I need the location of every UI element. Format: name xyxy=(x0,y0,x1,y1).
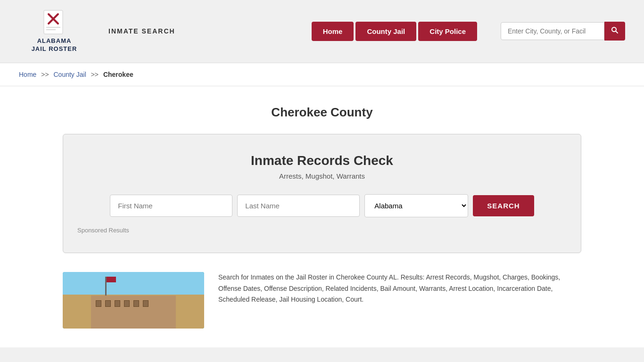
last-name-input[interactable] xyxy=(237,195,360,217)
main-nav: Home County Jail City Police xyxy=(312,22,477,41)
window-2 xyxy=(105,300,111,307)
description-text: Search for Inmates on the Jail Roster in… xyxy=(218,272,581,329)
building-graphic xyxy=(91,296,176,329)
header-search-bar xyxy=(501,22,625,41)
window-3 xyxy=(115,300,120,307)
main-content: Cherokee County Inmate Records Check Arr… xyxy=(0,86,644,347)
building-windows xyxy=(91,296,176,312)
window-6 xyxy=(143,300,149,307)
header-search-input[interactable] xyxy=(501,22,604,40)
window-1 xyxy=(96,300,101,307)
flag xyxy=(107,277,116,282)
logo-icon xyxy=(41,9,67,35)
breadcrumb-separator-1: >> xyxy=(41,71,49,78)
page-title: Cherokee County xyxy=(19,105,625,120)
state-select[interactable]: AlabamaAlaskaArizonaArkansasCaliforniaCo… xyxy=(364,194,468,217)
flag-pole xyxy=(105,277,107,296)
breadcrumb-separator-2: >> xyxy=(91,71,99,78)
breadcrumb: Home >> County Jail >> Cherokee xyxy=(0,63,644,86)
search-submit-button[interactable]: SEARCH xyxy=(473,195,534,216)
svg-line-6 xyxy=(616,31,618,33)
first-name-input[interactable] xyxy=(110,195,232,217)
sponsored-label: Sponsored Results xyxy=(77,227,567,234)
nav-home-button[interactable]: Home xyxy=(312,22,354,41)
records-check-box: Inmate Records Check Arrests, Mugshot, W… xyxy=(63,134,581,253)
logo-text: ALABAMA JAIL ROSTER xyxy=(32,37,77,53)
logo-area: ALABAMA JAIL ROSTER xyxy=(19,9,90,53)
header-search-button[interactable] xyxy=(604,22,625,41)
bottom-section: Search for Inmates on the Jail Roster in… xyxy=(63,267,581,329)
svg-rect-0 xyxy=(44,10,63,34)
breadcrumb-home-link[interactable]: Home xyxy=(19,71,36,78)
window-5 xyxy=(133,300,139,307)
jail-image xyxy=(63,272,204,329)
site-header: ALABAMA JAIL ROSTER INMATE SEARCH Home C… xyxy=(0,0,644,63)
nav-county-jail-button[interactable]: County Jail xyxy=(355,22,416,41)
window-4 xyxy=(124,300,130,307)
records-title: Inmate Records Check xyxy=(77,153,567,168)
records-subtitle: Arrests, Mugshot, Warrants xyxy=(77,172,567,180)
inmate-search-label: INMATE SEARCH xyxy=(108,27,175,35)
inmate-search-form: AlabamaAlaskaArizonaArkansasCaliforniaCo… xyxy=(77,194,567,217)
breadcrumb-county-jail-link[interactable]: County Jail xyxy=(54,71,86,78)
breadcrumb-current: Cherokee xyxy=(103,71,133,78)
nav-city-police-button[interactable]: City Police xyxy=(418,22,477,41)
